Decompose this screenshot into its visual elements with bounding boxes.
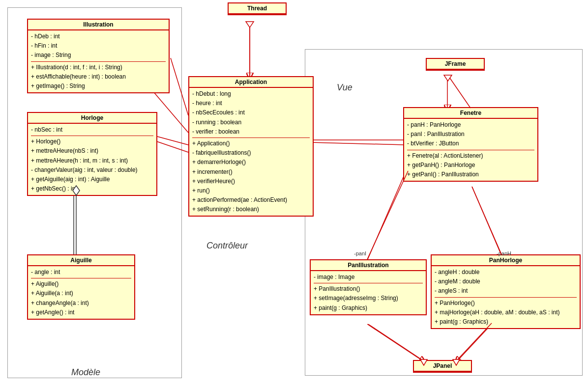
class-jpanel-header: JPanel [414, 361, 471, 372]
method-line: + getImage() : String [31, 82, 166, 91]
panh-label: -panH [497, 250, 511, 256]
class-horloge: Horloge - nbSec : int + Horloge() + mett… [27, 112, 157, 196]
class-panhorloge-header: PanHorloge [432, 255, 580, 266]
controleur-label: Contrôleur [206, 241, 248, 251]
method-line: + Aiguille(a : int) [31, 289, 131, 298]
attr-line: - hDebut : long [192, 89, 310, 99]
class-application-header: Application [189, 77, 313, 88]
method-section: + PanHorloge() + majHorloge(aH : double,… [435, 297, 577, 327]
class-application-body: - hDebut : long - heure : int - nbSecEco… [189, 88, 313, 216]
method-line: + PanHorloge() [435, 299, 577, 308]
attr-line: - nbSecEcoules : int [192, 108, 310, 117]
method-line: + mettreAHeure(h : int, m : int, s : int… [31, 156, 153, 165]
class-illustration-body: - hDeb : int - hFin : int - image : Stri… [28, 30, 169, 92]
method-section: + Illustration(d : int, f : int, i : Str… [31, 61, 166, 91]
attr-line: - angle : int [31, 268, 131, 277]
method-line: + majHorloge(aH : double, aM : double, a… [435, 308, 577, 317]
method-line: + estAffichable(heure : int) : boolean [31, 72, 166, 82]
method-section: + Fenetre(al : ActionListener) + getPanH… [407, 150, 534, 180]
method-line: + verifierHeure() [192, 177, 310, 186]
class-fenetre: Fenetre - panH : PanHorloge - panI : Pan… [403, 107, 538, 182]
method-line: + Application() [192, 139, 310, 148]
class-aiguille: Aiguille - angle : int + Aiguille() + Ai… [27, 254, 135, 320]
modele-label: Modèle [71, 367, 100, 378]
method-line: + actionPerformed(ae : ActionEvent) [192, 195, 310, 205]
class-panillustration: PanIllustration - image : Image + PanIll… [310, 259, 427, 315]
method-line: + getAiguille(aig : int) : Aiguille [31, 175, 153, 184]
attr-line: - btVerifier : JButton [407, 139, 534, 148]
method-line: + getNbSec() : int [31, 184, 153, 193]
class-horloge-header: Horloge [28, 113, 156, 124]
method-line: + demarrerHorloge() [192, 158, 310, 167]
method-line: + Illustration(d : int, f : int, i : Str… [31, 63, 166, 72]
method-line: + setImage(adresseImg : String) [314, 294, 423, 303]
attr-line: - verifier : boolean [192, 127, 310, 137]
method-section: + Aiguille() + Aiguille(a : int) + chang… [31, 278, 131, 317]
method-line: + Horloge() [31, 137, 153, 146]
vue-label: Vue [337, 83, 353, 93]
method-line: + paint(g : Graphics) [314, 303, 423, 313]
attr-line: - image : Image [314, 273, 423, 282]
attr-line: - angleS : int [435, 286, 577, 296]
class-aiguille-header: Aiguille [28, 255, 134, 266]
svg-marker-17 [246, 22, 254, 28]
method-section: + Horloge() + mettreAHeure(nbS : int) + … [31, 136, 153, 193]
class-panillustration-header: PanIllustration [311, 260, 426, 271]
class-thread-header: Thread [229, 3, 286, 14]
method-line: + changeAngle(a : int) [31, 299, 131, 308]
attr-line: - angleM : double [435, 277, 577, 286]
class-panillustration-body: - image : Image + PanIllustration() + se… [311, 271, 426, 314]
method-line: + PanIllustration() [314, 284, 423, 294]
method-section: + Application() - fabriqueIllustrations(… [192, 138, 310, 215]
attr-line: - heure : int [192, 99, 310, 108]
class-fenetre-body: - panH : PanHorloge - panI : PanIllustra… [404, 119, 537, 181]
method-line: - changerValeur(aig : int, valeur : doub… [31, 165, 153, 175]
method-line: + getPanH() : PanHorloge [407, 161, 534, 170]
class-jframe: JFrame [426, 58, 485, 71]
class-jframe-header: JFrame [427, 59, 484, 70]
method-line: + Aiguille() [31, 279, 131, 289]
class-application: Application - hDebut : long - heure : in… [188, 76, 314, 217]
method-line: + run() [192, 186, 310, 195]
class-illustration-header: Illustration [28, 20, 169, 30]
class-panhorloge: PanHorloge - angleH : double - angleM : … [431, 254, 581, 329]
class-jpanel: JPanel [413, 360, 472, 373]
method-line: + getAngle() : int [31, 308, 131, 317]
attr-line: - image : String [31, 51, 166, 60]
attr-line: - hDeb : int [31, 32, 166, 41]
method-line: + getPanI() : PanIllustration [407, 170, 534, 179]
method-line: + mettreAHeure(nbS : int) [31, 146, 153, 156]
pani-label: -panI [354, 250, 366, 256]
class-horloge-body: - nbSec : int + Horloge() + mettreAHeure… [28, 124, 156, 195]
class-thread: Thread [228, 2, 287, 15]
method-line: + paint(g : Graphics) [435, 317, 577, 327]
class-panhorloge-body: - angleH : double - angleM : double - an… [432, 266, 580, 328]
method-line: + incrementer() [192, 167, 310, 177]
attr-line: - panI : PanIllustration [407, 130, 534, 139]
method-line: - fabriqueIllustrations() [192, 148, 310, 158]
method-section: + PanIllustration() + setImage(adresseIm… [314, 283, 423, 313]
attr-line: - panH : PanHorloge [407, 120, 534, 130]
attr-line: - angleH : double [435, 268, 577, 277]
method-line: + Fenetre(al : ActionListener) [407, 151, 534, 161]
attr-line: - running : boolean [192, 118, 310, 127]
attr-line: - hFin : int [31, 41, 166, 51]
method-line: + setRunning(r : boolean) [192, 205, 310, 214]
class-aiguille-body: - angle : int + Aiguille() + Aiguille(a … [28, 266, 134, 319]
class-illustration: Illustration - hDeb : int - hFin : int -… [27, 19, 170, 93]
class-fenetre-header: Fenetre [404, 108, 537, 119]
attr-line: - nbSec : int [31, 125, 153, 135]
